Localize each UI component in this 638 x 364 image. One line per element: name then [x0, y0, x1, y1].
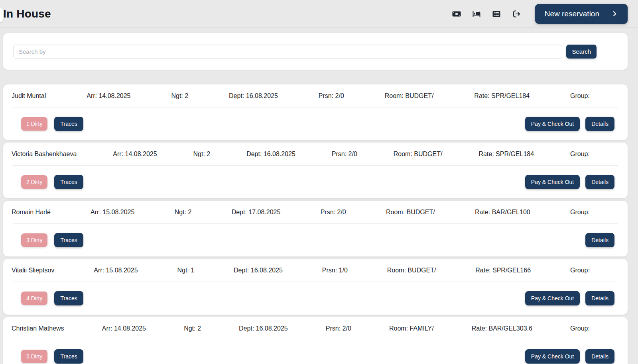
guest-arrival: Arr: 14.08.2025: [113, 151, 157, 158]
guest-list: Judit Muntal Arr: 14.08.2025 Ngt: 2 Dept…: [0, 84, 638, 364]
pay-checkout-button[interactable]: Pay & Check Out: [525, 349, 580, 364]
guest-departure: Dept: 16.08.2025: [246, 151, 295, 158]
guest-group: Group:: [570, 325, 590, 332]
details-button[interactable]: Details: [585, 175, 614, 189]
list-icon[interactable]: [491, 9, 502, 19]
search-card: Search: [3, 33, 628, 70]
guest-actions-row: 1 Dirty Traces Pay & Check Out Details: [3, 108, 628, 140]
cash-icon-glyph: [452, 9, 461, 19]
guest-actions-row: 4 Dirty Traces Pay & Check Out Details: [3, 282, 628, 315]
page-title: In House: [3, 8, 51, 20]
guest-nights: Ngt: 1: [177, 267, 194, 274]
cash-icon[interactable]: [451, 9, 462, 19]
bed-icon-glyph: [472, 9, 481, 19]
guest-departure: Dept: 16.08.2025: [229, 92, 278, 100]
guest-group: Group:: [570, 209, 590, 216]
guest-name: Vitalii Slieptsov: [12, 267, 54, 274]
guest-name: Victoria Bashenkhaeva: [12, 151, 77, 158]
guest-info-row: Christian Mathews Arr: 14.08.2025 Ngt: 2…: [3, 317, 628, 340]
bed-icon[interactable]: [471, 9, 482, 19]
guest-actions-row: 3 Dirty Traces Details: [3, 224, 628, 256]
guest-name: Christian Mathews: [12, 325, 64, 332]
guest-card: Christian Mathews Arr: 14.08.2025 Ngt: 2…: [3, 317, 628, 364]
guest-departure: Dept: 16.08.2025: [239, 325, 288, 332]
guest-room: Room: BUDGET/: [385, 92, 434, 100]
right-actions: Pay & Check Out Details: [525, 349, 614, 364]
right-actions: Pay & Check Out Details: [525, 291, 614, 305]
new-reservation-label: New reservation: [545, 10, 599, 18]
details-button[interactable]: Details: [585, 291, 614, 305]
guest-persons: Prsn: 2/0: [332, 151, 357, 158]
details-button[interactable]: Details: [585, 349, 614, 364]
guest-card: Victoria Bashenkhaeva Arr: 14.08.2025 Ng…: [3, 143, 628, 198]
right-actions: Details: [585, 233, 614, 247]
guest-rate: Rate: SPR/GEL166: [475, 267, 531, 274]
guest-nights: Ngt: 2: [175, 209, 192, 216]
guest-card: Romain Harlé Arr: 15.08.2025 Ngt: 2 Dept…: [3, 201, 628, 256]
search-button[interactable]: Search: [566, 45, 597, 59]
guest-card: Judit Muntal Arr: 14.08.2025 Ngt: 2 Dept…: [3, 84, 628, 140]
guest-actions-row: 2 Dirty Traces Pay & Check Out Details: [3, 166, 628, 198]
search-input[interactable]: [13, 45, 562, 59]
traces-button[interactable]: Traces: [54, 291, 83, 305]
guest-persons: Prsn: 2/0: [319, 92, 344, 100]
right-actions: Pay & Check Out Details: [525, 117, 614, 131]
guest-arrival: Arr: 14.08.2025: [102, 325, 146, 332]
guest-info-row: Victoria Bashenkhaeva Arr: 14.08.2025 Ng…: [3, 143, 628, 165]
guest-nights: Ngt: 2: [184, 325, 201, 332]
guest-departure: Dept: 16.08.2025: [234, 267, 283, 274]
guest-persons: Prsn: 1/0: [322, 267, 348, 274]
guest-arrival: Arr: 14.08.2025: [87, 92, 130, 100]
pay-checkout-button[interactable]: Pay & Check Out: [525, 117, 580, 131]
header-toolbar: [451, 9, 522, 19]
room-status-badge[interactable]: 2 Dirty: [21, 175, 47, 189]
pay-checkout-button[interactable]: Pay & Check Out: [525, 291, 580, 305]
guest-persons: Prsn: 2/0: [326, 325, 351, 332]
details-button[interactable]: Details: [585, 233, 614, 247]
logout-icon-glyph: [512, 9, 521, 19]
guest-group: Group:: [570, 151, 590, 158]
guest-group: Group:: [570, 267, 590, 274]
guest-card: Vitalii Slieptsov Arr: 15.08.2025 Ngt: 1…: [3, 259, 628, 315]
room-status-badge[interactable]: 1 Dirty: [21, 117, 47, 131]
left-edge-handle[interactable]: [0, 8, 3, 22]
guest-room: Room: FAMILY/: [389, 325, 434, 332]
guest-rate: Rate: SPR/GEL184: [478, 151, 534, 158]
traces-button[interactable]: Traces: [54, 175, 83, 189]
room-status-badge[interactable]: 5 Dirty: [21, 350, 47, 363]
page-header: In House: [0, 0, 638, 28]
guest-rate: Rate: BAR/GEL100: [475, 209, 530, 216]
guest-room: Room: BUDGET/: [386, 209, 435, 216]
guest-arrival: Arr: 15.08.2025: [91, 209, 134, 216]
guest-arrival: Arr: 15.08.2025: [94, 267, 138, 274]
guest-rate: Rate: BAR/GEL303.6: [472, 325, 532, 332]
guest-nights: Ngt: 2: [193, 151, 211, 158]
guest-room: Room: BUDGET/: [387, 267, 436, 274]
pay-checkout-button[interactable]: Pay & Check Out: [525, 175, 580, 189]
guest-persons: Prsn: 2/0: [321, 209, 346, 216]
guest-name: Romain Harlé: [12, 209, 51, 216]
room-status-badge[interactable]: 3 Dirty: [21, 233, 47, 247]
traces-button[interactable]: Traces: [54, 349, 83, 364]
guest-info-row: Romain Harlé Arr: 15.08.2025 Ngt: 2 Dept…: [3, 201, 628, 223]
traces-button[interactable]: Traces: [54, 117, 83, 131]
chevron-right-icon: [611, 10, 618, 17]
room-status-badge[interactable]: 4 Dirty: [21, 292, 47, 305]
guest-departure: Dept: 17.08.2025: [232, 209, 281, 216]
guest-group: Group:: [570, 92, 590, 100]
guest-info-row: Vitalii Slieptsov Arr: 15.08.2025 Ngt: 1…: [3, 259, 628, 282]
logout-icon[interactable]: [511, 9, 522, 19]
guest-name: Judit Muntal: [12, 92, 46, 100]
details-button[interactable]: Details: [585, 117, 614, 131]
traces-button[interactable]: Traces: [54, 233, 83, 247]
right-actions: Pay & Check Out Details: [525, 175, 614, 189]
list-icon-glyph: [492, 9, 501, 19]
guest-room: Room: BUDGET/: [394, 151, 443, 158]
guest-info-row: Judit Muntal Arr: 14.08.2025 Ngt: 2 Dept…: [3, 84, 628, 107]
new-reservation-button[interactable]: New reservation: [535, 4, 628, 24]
guest-nights: Ngt: 2: [171, 92, 188, 100]
guest-rate: Rate: SPR/GEL184: [474, 92, 530, 100]
guest-actions-row: 5 Dirty Traces Pay & Check Out Details: [3, 340, 628, 364]
